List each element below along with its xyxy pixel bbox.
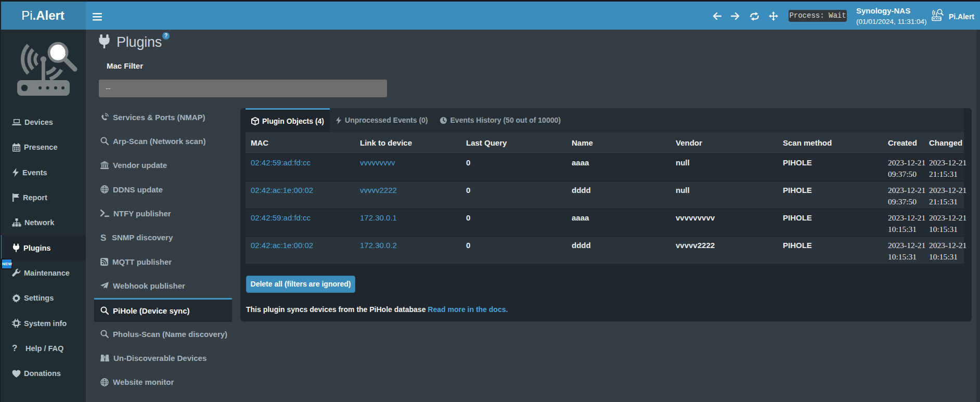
svg-text:S: S [100,234,106,242]
